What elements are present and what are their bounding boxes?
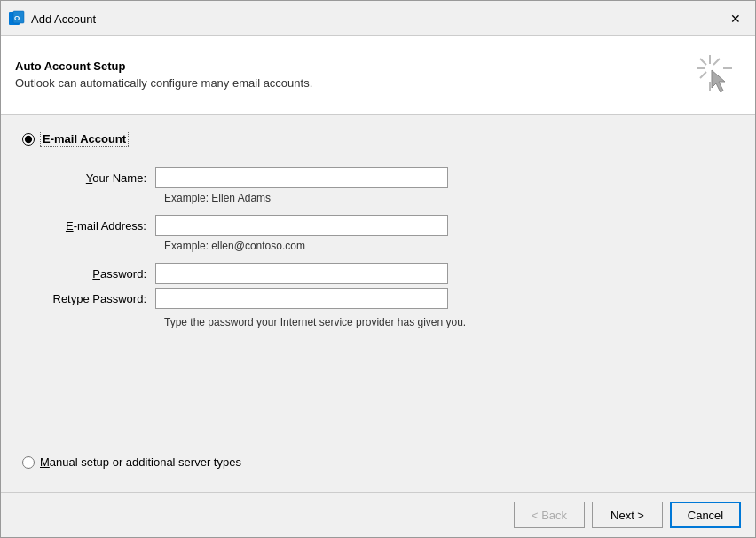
your-name-hint: Example: Ellen Adams bbox=[40, 192, 734, 204]
header-text: Auto Account Setup Outlook can automatic… bbox=[15, 59, 312, 90]
password-label: Password: bbox=[40, 267, 155, 281]
cancel-label: Cancel bbox=[688, 509, 723, 522]
email-address-label: E-mail Address: bbox=[40, 219, 155, 233]
svg-text:O: O bbox=[14, 14, 20, 22]
retype-password-row: Retype Password: bbox=[40, 288, 734, 309]
email-address-hint: Example: ellen@contoso.com bbox=[40, 240, 734, 252]
add-account-dialog: O Add Account ✕ Auto Account Setup Outlo… bbox=[0, 0, 756, 538]
manual-setup-label[interactable]: Manual setup or additional server types bbox=[40, 455, 241, 469]
manual-setup-radio[interactable] bbox=[22, 456, 35, 469]
svg-line-8 bbox=[713, 59, 720, 65]
password-row: Password: bbox=[40, 263, 734, 284]
password-hint: Type the password your Internet service … bbox=[40, 316, 734, 328]
retype-password-input[interactable] bbox=[155, 288, 448, 309]
retype-password-label: Retype Password: bbox=[40, 292, 155, 305]
footer: < Back Next > Cancel bbox=[1, 492, 755, 537]
header-title: Auto Account Setup bbox=[15, 59, 312, 73]
close-button[interactable]: ✕ bbox=[723, 6, 748, 31]
email-account-label[interactable]: E-mail Account bbox=[40, 131, 129, 147]
svg-line-7 bbox=[700, 59, 706, 65]
your-name-input[interactable] bbox=[155, 167, 448, 188]
setup-icon bbox=[688, 48, 741, 101]
outlook-icon: O bbox=[8, 10, 26, 28]
title-bar-left: O Add Account bbox=[8, 10, 96, 28]
email-address-input[interactable] bbox=[155, 215, 448, 236]
email-address-row: E-mail Address: bbox=[40, 215, 734, 236]
manual-setup-option[interactable]: Manual setup or additional server types bbox=[22, 455, 734, 478]
your-name-row: Your Name: bbox=[40, 167, 734, 188]
svg-marker-10 bbox=[712, 70, 725, 92]
header-subtitle: Outlook can automatically configure many… bbox=[15, 76, 312, 90]
next-label: Next > bbox=[610, 509, 644, 522]
back-button[interactable]: < Back bbox=[514, 502, 585, 528]
form-section: Your Name: Example: Ellen Adams E-mail A… bbox=[22, 167, 734, 339]
header-section: Auto Account Setup Outlook can automatic… bbox=[1, 35, 755, 115]
password-input[interactable] bbox=[155, 263, 448, 284]
email-account-radio[interactable] bbox=[22, 133, 35, 146]
back-label: < Back bbox=[532, 509, 567, 522]
email-account-option[interactable]: E-mail Account bbox=[22, 129, 734, 149]
dialog-title: Add Account bbox=[31, 12, 96, 26]
your-name-label: Your Name: bbox=[40, 171, 155, 185]
svg-line-9 bbox=[700, 72, 706, 78]
cancel-button[interactable]: Cancel bbox=[670, 502, 741, 528]
next-button[interactable]: Next > bbox=[592, 502, 663, 528]
title-bar: O Add Account ✕ bbox=[1, 1, 755, 35]
main-content: E-mail Account Your Name: Example: Ellen… bbox=[1, 115, 755, 492]
